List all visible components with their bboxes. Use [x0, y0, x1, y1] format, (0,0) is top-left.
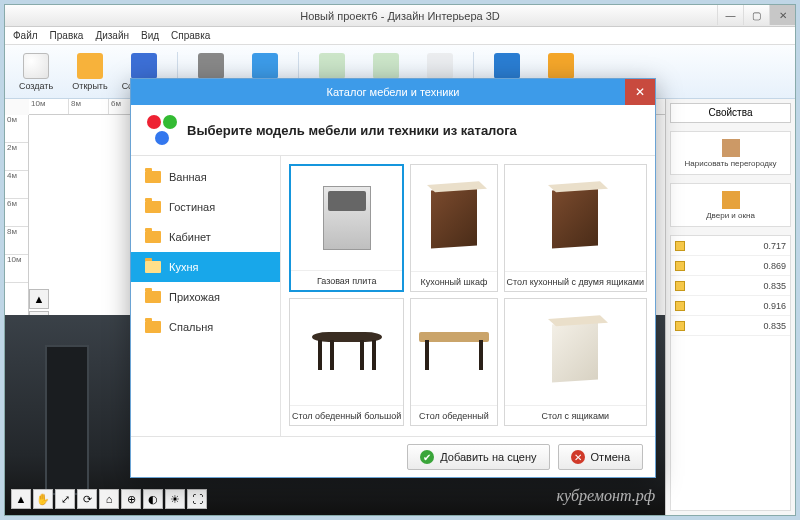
- help-icon: [494, 53, 520, 79]
- window-buttons: — ▢ ✕: [717, 5, 795, 25]
- dialog-body: ВаннаяГостинаяКабинетКухняПрихожаяСпальн…: [131, 155, 655, 437]
- furniture-thumb: [411, 165, 496, 271]
- redo-icon: [373, 53, 399, 79]
- category-гостиная[interactable]: Гостиная: [131, 192, 280, 222]
- dialog-close-button[interactable]: ✕: [625, 79, 655, 105]
- watermark: кубремонт.рф: [556, 487, 655, 505]
- add-to-scene-button[interactable]: ✔ Добавить на сцену: [407, 444, 549, 470]
- category-label: Прихожая: [169, 291, 220, 303]
- furniture-caption: Стол обеденный большой: [290, 405, 403, 425]
- window-title: Новый проект6 - Дизайн Интерьера 3D: [300, 10, 500, 22]
- furniture-thumb: [290, 299, 403, 405]
- item-grid: Газовая плитаКухонный шкафСтол кухонный …: [281, 156, 655, 436]
- preview-tool-6[interactable]: ◐: [143, 489, 163, 509]
- folder-icon: [145, 201, 161, 213]
- folder-icon: [145, 321, 161, 333]
- furniture-caption: Стол кухонный с двумя ящиками: [505, 271, 646, 291]
- furniture-card[interactable]: Стол обеденный большой: [289, 298, 404, 426]
- menu-help[interactable]: Справка: [171, 30, 210, 41]
- color-swatch-icon: [675, 301, 685, 311]
- color-swatch-icon: [675, 281, 685, 291]
- furniture-card[interactable]: Стол с ящиками: [504, 298, 647, 426]
- door-icon: [722, 191, 740, 209]
- preview-tool-0[interactable]: ▲: [11, 489, 31, 509]
- open-icon: [77, 53, 103, 79]
- buy-icon: [548, 53, 574, 79]
- catalog-logo-icon: [147, 115, 177, 145]
- category-label: Кабинет: [169, 231, 211, 243]
- ruler-tick: 10м: [29, 99, 69, 114]
- furniture-thumb: [505, 299, 646, 405]
- furniture-thumb: [411, 299, 496, 405]
- cancel-label: Отмена: [591, 451, 630, 463]
- furniture-caption: Кухонный шкаф: [411, 271, 496, 291]
- new-button[interactable]: Создать: [11, 53, 61, 91]
- furniture-caption: Газовая плита: [291, 270, 402, 290]
- menu-edit[interactable]: Правка: [50, 30, 84, 41]
- furniture-card[interactable]: Стол обеденный: [410, 298, 497, 426]
- wall-icon: [722, 139, 740, 157]
- preview-tool-2[interactable]: ⤢: [55, 489, 75, 509]
- category-прихожая[interactable]: Прихожая: [131, 282, 280, 312]
- doors-windows-card[interactable]: Двери и окна: [670, 183, 791, 227]
- color-swatch-icon: [675, 241, 685, 251]
- open-button[interactable]: Открыть: [65, 53, 115, 91]
- titlebar: Новый проект6 - Дизайн Интерьера 3D — ▢ …: [5, 5, 795, 27]
- window-maximize-button[interactable]: ▢: [743, 5, 769, 25]
- menu-file[interactable]: Файл: [13, 30, 38, 41]
- window-minimize-button[interactable]: —: [717, 5, 743, 25]
- menu-design[interactable]: Дизайн: [95, 30, 129, 41]
- plan-tool-0[interactable]: ▲: [29, 289, 49, 309]
- catalog-dialog: Каталог мебели и техники ✕ Выберите моде…: [130, 78, 656, 478]
- preview-tool-7[interactable]: ☀: [165, 489, 185, 509]
- property-row[interactable]: 0.835: [671, 316, 790, 336]
- preview-tool-4[interactable]: ⌂: [99, 489, 119, 509]
- ruler-tick: 2м: [5, 143, 28, 171]
- properties-tab[interactable]: Свойства: [670, 103, 791, 123]
- property-row[interactable]: 0.717: [671, 236, 790, 256]
- cancel-icon: ✕: [571, 450, 585, 464]
- category-label: Кухня: [169, 261, 198, 273]
- property-row[interactable]: 0.916: [671, 296, 790, 316]
- view-icon: [252, 53, 278, 79]
- preview-tool-8[interactable]: ⛶: [187, 489, 207, 509]
- category-label: Спальня: [169, 321, 213, 333]
- ruler-tick: 4м: [5, 171, 28, 199]
- preview-toolbar: ▲✋⤢⟳⌂⊕◐☀⛶: [11, 489, 207, 509]
- right-panel: Свойства Нарисовать перегородку Двери и …: [665, 99, 795, 515]
- draw-wall-label: Нарисовать перегородку: [684, 159, 776, 168]
- category-ванная[interactable]: Ванная: [131, 162, 280, 192]
- preview-tool-1[interactable]: ✋: [33, 489, 53, 509]
- furniture-card[interactable]: Стол кухонный с двумя ящиками: [504, 164, 647, 292]
- preview-tool-3[interactable]: ⟳: [77, 489, 97, 509]
- cancel-button[interactable]: ✕ Отмена: [558, 444, 643, 470]
- category-label: Гостиная: [169, 201, 215, 213]
- property-row[interactable]: 0.835: [671, 276, 790, 296]
- menubar: Файл Правка Дизайн Вид Справка: [5, 27, 795, 45]
- door-3d-model: [45, 345, 89, 495]
- category-кабинет[interactable]: Кабинет: [131, 222, 280, 252]
- ruler-tick: 10м: [5, 255, 28, 283]
- property-value: 0.916: [763, 301, 786, 311]
- category-list: ВаннаяГостинаяКабинетКухняПрихожаяСпальн…: [131, 156, 281, 436]
- furniture-card[interactable]: Газовая плита: [289, 164, 404, 292]
- category-кухня[interactable]: Кухня: [131, 252, 280, 282]
- preview-tool-5[interactable]: ⊕: [121, 489, 141, 509]
- furniture-caption: Стол с ящиками: [505, 405, 646, 425]
- category-спальня[interactable]: Спальня: [131, 312, 280, 342]
- undo-icon: [319, 53, 345, 79]
- dialog-titlebar: Каталог мебели и техники ✕: [131, 79, 655, 105]
- window-close-button[interactable]: ✕: [769, 5, 795, 25]
- dup-icon: [427, 53, 453, 79]
- dialog-header: Выберите модель мебели или техники из ка…: [131, 105, 655, 155]
- property-value: 0.869: [763, 261, 786, 271]
- color-swatch-icon: [675, 261, 685, 271]
- draw-wall-card[interactable]: Нарисовать перегородку: [670, 131, 791, 175]
- menu-view[interactable]: Вид: [141, 30, 159, 41]
- ruler-tick: 8м: [69, 99, 109, 114]
- new-icon: [23, 53, 49, 79]
- save-icon: [131, 53, 157, 79]
- property-row[interactable]: 0.869: [671, 256, 790, 276]
- furniture-card[interactable]: Кухонный шкаф: [410, 164, 497, 292]
- furniture-caption: Стол обеденный: [411, 405, 496, 425]
